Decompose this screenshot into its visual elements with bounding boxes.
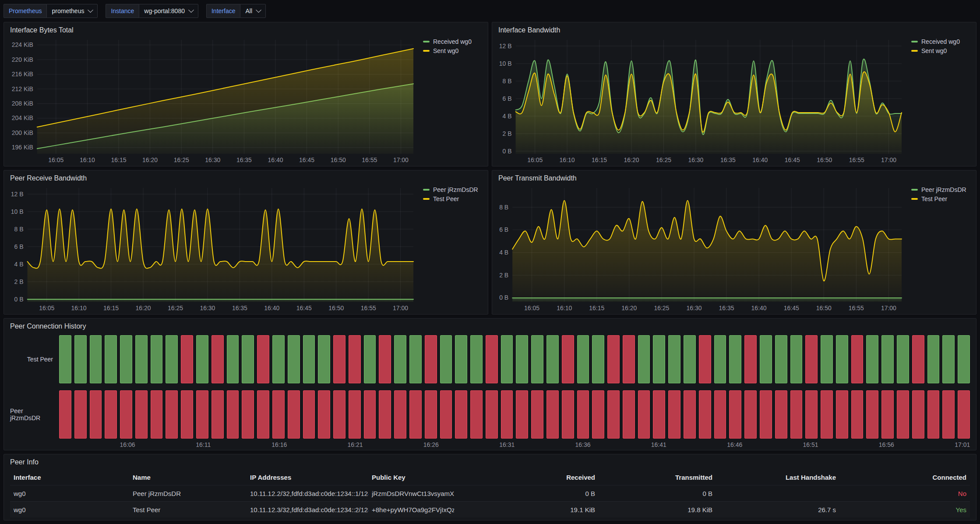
status-bar-down[interactable] bbox=[90, 390, 102, 439]
status-bar-down[interactable] bbox=[303, 390, 315, 439]
status-bar-down[interactable] bbox=[623, 335, 635, 383]
status-bar-down[interactable] bbox=[227, 390, 239, 439]
status-bar-up[interactable] bbox=[74, 335, 87, 383]
col-header-interface[interactable]: Interface bbox=[10, 474, 129, 481]
status-bar-down[interactable] bbox=[531, 390, 543, 439]
status-bar-up[interactable] bbox=[531, 335, 543, 383]
status-bar-down[interactable] bbox=[379, 335, 391, 383]
chart-svg[interactable]: 196 KiB200 KiB204 KiB208 KiB212 KiB216 K… bbox=[7, 35, 417, 165]
status-bar-down[interactable] bbox=[257, 335, 269, 383]
col-header-received[interactable]: Received bbox=[454, 474, 599, 481]
status-bar-down[interactable] bbox=[927, 390, 940, 439]
status-bar-down[interactable] bbox=[912, 390, 924, 439]
status-bar-down[interactable] bbox=[318, 390, 330, 439]
status-bar-up[interactable] bbox=[196, 335, 208, 383]
status-bar-down[interactable] bbox=[181, 390, 193, 439]
status-bar-down[interactable] bbox=[775, 390, 787, 439]
status-bar-down[interactable] bbox=[744, 335, 757, 383]
status-bar-down[interactable] bbox=[790, 390, 803, 439]
status-bar-down[interactable] bbox=[516, 390, 528, 439]
status-bar-up[interactable] bbox=[272, 335, 285, 383]
status-bar-down[interactable] bbox=[744, 390, 757, 439]
status-bar-up[interactable] bbox=[760, 335, 772, 383]
status-bar-up[interactable] bbox=[866, 335, 878, 383]
status-bar-down[interactable] bbox=[333, 390, 345, 439]
status-bar-up[interactable] bbox=[120, 335, 132, 383]
status-bar-up[interactable] bbox=[364, 335, 376, 383]
status-bar-down[interactable] bbox=[455, 390, 467, 439]
status-bar-up[interactable] bbox=[90, 335, 102, 383]
status-bar-down[interactable] bbox=[958, 390, 970, 439]
status-bar-down[interactable] bbox=[486, 335, 498, 383]
status-bar-down[interactable] bbox=[684, 390, 696, 439]
status-bar-down[interactable] bbox=[546, 390, 559, 439]
status-bar-down[interactable] bbox=[501, 390, 513, 439]
status-bar-up[interactable] bbox=[668, 335, 680, 383]
var-select-instance[interactable]: wg-portal:8080 bbox=[139, 4, 198, 18]
time-series-chart[interactable]: 196 KiB200 KiB204 KiB208 KiB212 KiB216 K… bbox=[7, 35, 417, 165]
status-bar-down[interactable] bbox=[821, 390, 833, 439]
legend-item[interactable]: Received wg0 bbox=[911, 38, 970, 45]
status-bar-down[interactable] bbox=[607, 335, 620, 383]
status-bar-up[interactable] bbox=[897, 335, 909, 383]
status-bar-up[interactable] bbox=[790, 335, 803, 383]
legend-item[interactable]: Test Peer bbox=[423, 195, 482, 202]
legend-item[interactable]: Sent wg0 bbox=[911, 47, 970, 54]
status-bar-down[interactable] bbox=[562, 335, 574, 383]
chart-svg[interactable]: 0 B2 B4 B6 B8 B10 B12 B16:0516:1016:1516… bbox=[496, 35, 905, 165]
status-bar-down[interactable] bbox=[288, 390, 300, 439]
status-bar-up[interactable] bbox=[440, 335, 452, 383]
panel-title[interactable]: Peer Receive Bandwidth bbox=[4, 170, 488, 184]
panel-title[interactable]: Interface Bandwidth bbox=[492, 22, 976, 35]
col-header-name[interactable]: Name bbox=[129, 474, 247, 481]
status-bar-down[interactable] bbox=[364, 390, 376, 439]
status-bar-down[interactable] bbox=[470, 390, 483, 439]
status-bar-down[interactable] bbox=[760, 390, 772, 439]
status-bar-down[interactable] bbox=[120, 390, 132, 439]
status-bar-down[interactable] bbox=[349, 335, 361, 383]
status-bar-up[interactable] bbox=[638, 335, 650, 383]
legend-item[interactable]: Peer jRzmDsDR bbox=[423, 186, 482, 193]
status-bar-up[interactable] bbox=[166, 335, 178, 383]
panel-title[interactable]: Interface Bytes Total bbox=[4, 22, 488, 35]
status-bar-up[interactable] bbox=[318, 335, 330, 383]
panel-title[interactable]: Peer Info bbox=[4, 454, 976, 467]
status-bar-up[interactable] bbox=[546, 335, 559, 383]
status-bar-down[interactable] bbox=[349, 390, 361, 439]
time-series-chart[interactable]: 0 B2 B4 B6 B8 B10 B12 B16:0516:1016:1516… bbox=[7, 184, 417, 313]
status-bar-down[interactable] bbox=[151, 390, 163, 439]
legend-item[interactable]: Peer jRzmDsDR bbox=[911, 186, 970, 193]
status-bar-down[interactable] bbox=[942, 390, 955, 439]
status-bar-down[interactable] bbox=[105, 390, 117, 439]
status-bar-down[interactable] bbox=[592, 390, 604, 439]
legend-item[interactable]: Received wg0 bbox=[423, 38, 482, 45]
status-bar-up[interactable] bbox=[303, 335, 315, 383]
status-bar-down[interactable] bbox=[866, 390, 878, 439]
status-bar-down[interactable] bbox=[379, 390, 391, 439]
status-bar-down[interactable] bbox=[59, 390, 71, 439]
table-row[interactable]: wg0Test Peer10.11.12.3/32,fdfd:d3ad:c0de… bbox=[10, 501, 970, 517]
panel-title[interactable]: Peer Transmit Bandwidth bbox=[492, 170, 976, 184]
status-bar-up[interactable] bbox=[821, 335, 833, 383]
time-series-chart[interactable]: 0 B2 B4 B6 B8 B16:0516:1016:1516:2016:25… bbox=[496, 184, 905, 313]
status-bar-down[interactable] bbox=[181, 335, 193, 383]
status-bar-down[interactable] bbox=[699, 335, 711, 383]
status-bar-down[interactable] bbox=[623, 390, 635, 439]
col-header-connected[interactable]: Connected bbox=[839, 474, 970, 481]
status-bar-up[interactable] bbox=[881, 335, 894, 383]
status-bar-up[interactable] bbox=[105, 335, 117, 383]
status-bar-down[interactable] bbox=[166, 390, 178, 439]
status-bar-up[interactable] bbox=[729, 335, 741, 383]
status-bar-up[interactable] bbox=[927, 335, 940, 383]
status-bar-down[interactable] bbox=[394, 390, 406, 439]
status-bar-down[interactable] bbox=[912, 335, 924, 383]
status-bar-down[interactable] bbox=[881, 390, 894, 439]
panel-title[interactable]: Peer Connection History bbox=[4, 319, 976, 332]
legend-item[interactable]: Sent wg0 bbox=[423, 47, 482, 54]
time-series-chart[interactable]: 0 B2 B4 B6 B8 B10 B12 B16:0516:1016:1516… bbox=[496, 35, 905, 165]
status-bar-down[interactable] bbox=[851, 335, 864, 383]
status-bar-up[interactable] bbox=[516, 335, 528, 383]
status-bar-up[interactable] bbox=[135, 335, 148, 383]
status-bar-up[interactable] bbox=[501, 335, 513, 383]
col-header-transmitted[interactable]: Transmitted bbox=[599, 474, 716, 481]
